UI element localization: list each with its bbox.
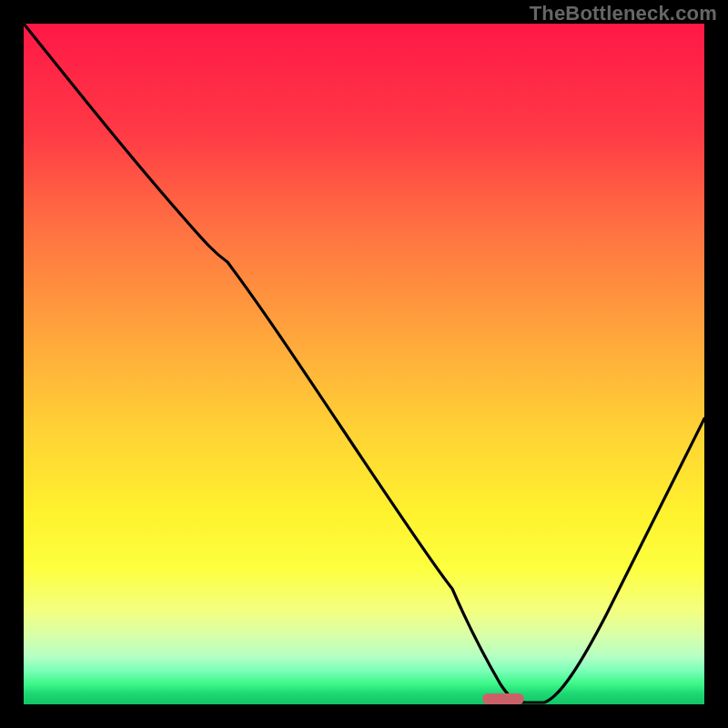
curve-path [24, 24, 704, 703]
bottleneck-curve [24, 24, 704, 704]
watermark-text: TheBottleneck.com [530, 2, 717, 25]
optimum-marker [482, 693, 524, 704]
chart-frame: TheBottleneck.com [0, 0, 728, 728]
